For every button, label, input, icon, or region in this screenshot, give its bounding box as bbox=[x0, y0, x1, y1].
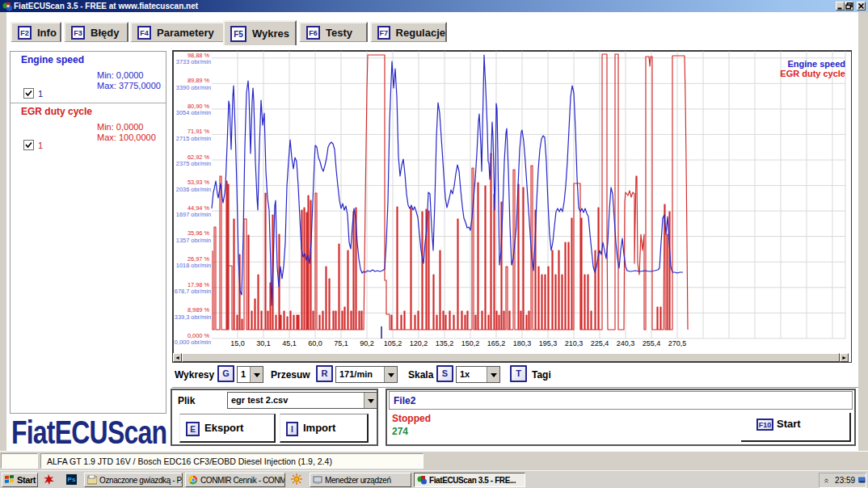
svg-text:195,3: 195,3 bbox=[539, 339, 558, 347]
svg-text:210,3: 210,3 bbox=[565, 339, 584, 347]
svg-text:255,4: 255,4 bbox=[643, 339, 661, 347]
svg-text:3733 obr/min: 3733 obr/min bbox=[176, 58, 211, 65]
svg-text:339,3 obr/min: 339,3 obr/min bbox=[175, 313, 211, 321]
svg-text:135,2: 135,2 bbox=[436, 339, 454, 347]
svg-text:120,2: 120,2 bbox=[410, 339, 428, 347]
svg-text:30,1: 30,1 bbox=[256, 339, 271, 347]
svg-text:0,000 obr/min: 0,000 obr/min bbox=[175, 339, 211, 346]
svg-text:2715 obr/min: 2715 obr/min bbox=[176, 135, 211, 142]
svg-text:1357 obr/min: 1357 obr/min bbox=[176, 237, 211, 244]
svg-text:3054 obr/min: 3054 obr/min bbox=[176, 109, 211, 116]
svg-text:2375 obr/min: 2375 obr/min bbox=[176, 160, 211, 167]
svg-text:75,1: 75,1 bbox=[334, 339, 348, 347]
svg-text:678,7 obr/min: 678,7 obr/min bbox=[175, 288, 211, 295]
svg-text:45,1: 45,1 bbox=[282, 339, 297, 347]
svg-text:105,2: 105,2 bbox=[384, 339, 402, 347]
svg-text:150,2: 150,2 bbox=[461, 339, 480, 347]
svg-text:2036 obr/min: 2036 obr/min bbox=[176, 186, 211, 193]
svg-text:Engine speed: Engine speed bbox=[787, 59, 845, 69]
svg-text:90,2: 90,2 bbox=[360, 339, 374, 347]
svg-text:60,0: 60,0 bbox=[308, 339, 322, 347]
svg-text:180,3: 180,3 bbox=[513, 339, 532, 347]
svg-text:165,2: 165,2 bbox=[487, 339, 506, 347]
svg-text:270,5: 270,5 bbox=[668, 339, 687, 347]
svg-text:1018 obr/min: 1018 obr/min bbox=[176, 262, 211, 269]
svg-text:225,4: 225,4 bbox=[591, 339, 609, 347]
svg-text:15,0: 15,0 bbox=[230, 339, 245, 347]
svg-text:240,3: 240,3 bbox=[617, 339, 635, 347]
svg-text:1697 obr/min: 1697 obr/min bbox=[176, 211, 211, 218]
svg-text:3390 obr/min: 3390 obr/min bbox=[176, 84, 211, 91]
svg-text:EGR duty cycle: EGR duty cycle bbox=[780, 69, 845, 78]
